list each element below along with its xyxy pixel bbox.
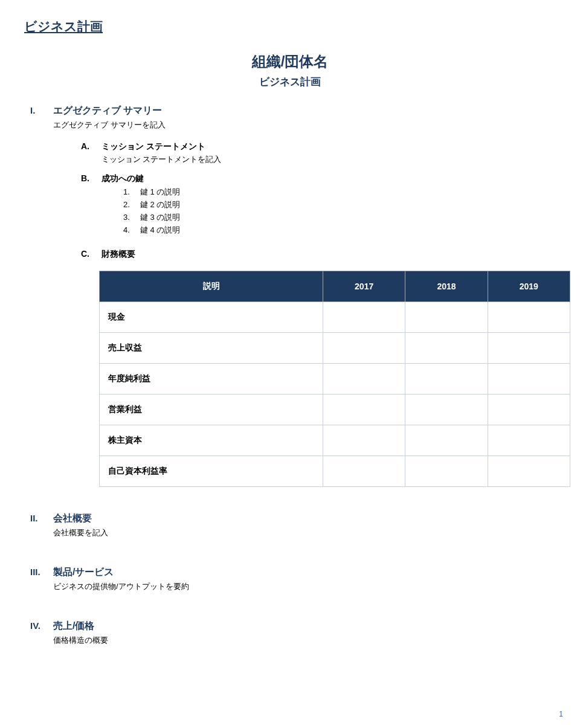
row-label: 現金 — [100, 302, 323, 333]
section-title: 製品/サービス — [53, 566, 556, 579]
section-title: 会社概要 — [53, 512, 556, 525]
subsection-note: ミッション ステートメントを記入 — [102, 155, 570, 165]
cell — [323, 302, 405, 333]
table-row: 現金 — [100, 302, 570, 333]
subsection-body: 財務概要 — [102, 249, 570, 262]
col-year-2019: 2019 — [488, 271, 570, 302]
cell — [488, 425, 570, 456]
cell — [488, 302, 570, 333]
subsection-keys: B. 成功への鍵 1.鍵 1 の説明 2.鍵 2 の説明 3.鍵 3 の説明 4… — [81, 173, 570, 236]
section-note: 会社概要を記入 — [53, 527, 556, 538]
table-row: 自己資本利益率 — [100, 456, 570, 487]
table-row: 年度純利益 — [100, 364, 570, 395]
subsection-letter: C. — [81, 249, 102, 259]
section-products-services: III. 製品/サービス ビジネスの提供物/アウトプットを要約 — [24, 566, 556, 594]
section-executive-summary: I. エグゼクティブ サマリー エグゼクティブ サマリーを記入 A. ミッション… — [24, 105, 556, 487]
cell — [405, 456, 488, 487]
section-body: 製品/サービス ビジネスの提供物/アウトプットを要約 — [53, 566, 556, 594]
cell — [405, 425, 488, 456]
section-number: II. — [24, 513, 53, 523]
document-subtitle: ビジネス計画 — [24, 75, 556, 89]
col-year-2018: 2018 — [405, 271, 488, 302]
cell — [488, 364, 570, 395]
cell — [405, 395, 488, 425]
item-number: 4. — [123, 225, 140, 234]
numbered-list: 1.鍵 1 の説明 2.鍵 2 の説明 3.鍵 3 の説明 4.鍵 4 の説明 — [123, 187, 570, 236]
table-row: 株主資本 — [100, 425, 570, 456]
section-number: III. — [24, 567, 53, 577]
row-label: 年度純利益 — [100, 364, 323, 395]
section-body: エグゼクティブ サマリー エグゼクティブ サマリーを記入 A. ミッション ステ… — [53, 105, 570, 487]
row-label: 売上収益 — [100, 333, 323, 364]
subsection-title: ミッション ステートメント — [102, 141, 570, 152]
item-text: 鍵 1 の説明 — [140, 187, 180, 198]
section-body: 売上/価格 価格構造の概要 — [53, 620, 556, 648]
section-note: 価格構造の概要 — [53, 635, 556, 646]
section-number: IV. — [24, 620, 53, 631]
row-label: 自己資本利益率 — [100, 456, 323, 487]
cell — [323, 456, 405, 487]
list-item: 4.鍵 4 の説明 — [123, 225, 570, 236]
subsection-body: ミッション ステートメント ミッション ステートメントを記入 — [102, 141, 570, 165]
section-note: ビジネスの提供物/アウトプットを要約 — [53, 581, 556, 592]
cell — [405, 364, 488, 395]
section-note: エグゼクティブ サマリーを記入 — [53, 120, 570, 130]
cell — [488, 333, 570, 364]
subsection-title: 財務概要 — [102, 249, 570, 260]
row-label: 株主資本 — [100, 425, 323, 456]
item-text: 鍵 3 の説明 — [140, 212, 180, 223]
subsection-letter: B. — [81, 173, 102, 183]
title-block: 組織/団体名 ビジネス計画 — [24, 52, 556, 89]
subsection-list: A. ミッション ステートメント ミッション ステートメントを記入 B. 成功へ… — [81, 141, 570, 487]
financial-summary-table: 説明 2017 2018 2019 現金 売上収益 年度純利益 営業利益 株主資… — [99, 271, 570, 487]
col-description: 説明 — [100, 271, 323, 302]
list-item: 3.鍵 3 の説明 — [123, 212, 570, 223]
cell — [323, 395, 405, 425]
subsection-title: 成功への鍵 — [102, 173, 570, 184]
section-sales-price: IV. 売上/価格 価格構造の概要 — [24, 620, 556, 648]
item-number: 2. — [123, 200, 140, 209]
col-year-2017: 2017 — [323, 271, 405, 302]
item-text: 鍵 2 の説明 — [140, 199, 180, 210]
cell — [323, 425, 405, 456]
cell — [323, 333, 405, 364]
cell — [488, 395, 570, 425]
section-company-overview: II. 会社概要 会社概要を記入 — [24, 512, 556, 541]
subsection-body: 成功への鍵 1.鍵 1 の説明 2.鍵 2 の説明 3.鍵 3 の説明 4.鍵 … — [102, 173, 570, 236]
organization-name: 組織/団体名 — [24, 52, 556, 71]
table-row: 売上収益 — [100, 333, 570, 364]
row-label: 営業利益 — [100, 395, 323, 425]
section-body: 会社概要 会社概要を記入 — [53, 512, 556, 541]
section-number: I. — [24, 105, 53, 115]
subsection-letter: A. — [81, 141, 102, 151]
section-title: 売上/価格 — [53, 620, 556, 633]
item-text: 鍵 4 の説明 — [140, 225, 180, 236]
page-number: 1 — [559, 710, 563, 718]
cell — [405, 333, 488, 364]
list-item: 1.鍵 1 の説明 — [123, 187, 570, 198]
table-row: 営業利益 — [100, 395, 570, 425]
cell — [405, 302, 488, 333]
subsection-financial: C. 財務概要 — [81, 249, 570, 262]
cell — [323, 364, 405, 395]
subsection-mission: A. ミッション ステートメント ミッション ステートメントを記入 — [81, 141, 570, 165]
document-page: ビジネス計画 組織/団体名 ビジネス計画 I. エグゼクティブ サマリー エグゼ… — [0, 0, 580, 728]
document-header: ビジネス計画 — [24, 18, 556, 35]
item-number: 3. — [123, 213, 140, 222]
section-title: エグゼクティブ サマリー — [53, 105, 570, 117]
list-item: 2.鍵 2 の説明 — [123, 199, 570, 210]
item-number: 1. — [123, 187, 140, 196]
cell — [488, 456, 570, 487]
table-header-row: 説明 2017 2018 2019 — [100, 271, 570, 302]
